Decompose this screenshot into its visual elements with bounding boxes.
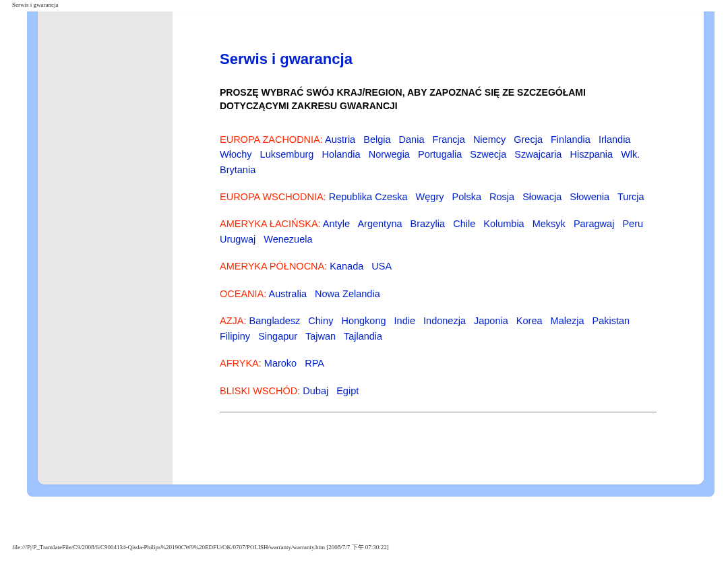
country-link[interactable]: Słowacja	[522, 191, 562, 202]
region-label: AMERYKA PÓŁNOCNA:	[220, 261, 330, 272]
country-link[interactable]: Indonezja	[423, 315, 466, 326]
country-link[interactable]: Filipiny	[220, 331, 250, 342]
country-link[interactable]: Egipt	[336, 385, 359, 396]
region-label: EUROPA ZACHODNIA:	[220, 134, 325, 145]
country-link[interactable]: RPA	[305, 358, 324, 369]
country-link[interactable]: USA	[371, 261, 392, 272]
regions-container: EUROPA ZACHODNIA: Austria Belgia Dania F…	[220, 132, 657, 399]
country-link[interactable]: Szwajcaria	[514, 149, 562, 160]
country-link[interactable]: Grecja	[514, 134, 543, 145]
region-label: AMERYKA ŁACIŃSKA:	[220, 218, 323, 229]
region-row: AZJA: Bangladesz Chiny Hongkong Indie In…	[220, 313, 657, 344]
country-link[interactable]: Nowa Zelandia	[315, 288, 380, 299]
country-link[interactable]: Indie	[394, 315, 415, 326]
country-link[interactable]: Antyle	[323, 218, 350, 229]
divider	[220, 412, 657, 412]
country-link[interactable]: Brazylia	[411, 218, 446, 229]
region-row: EUROPA WSCHODNIA: Republika Czeska Węgry…	[220, 189, 657, 204]
region-row: AMERYKA ŁACIŃSKA: Antyle Argentyna Brazy…	[220, 216, 657, 247]
region-row: AMERYKA PÓŁNOCNA: Kanada USA	[220, 259, 657, 274]
page-title: Serwis i gwarancja	[220, 51, 657, 68]
region-row: EUROPA ZACHODNIA: Austria Belgia Dania F…	[220, 132, 657, 177]
country-link[interactable]: Rosja	[489, 191, 514, 202]
region-label: OCEANIA:	[220, 288, 269, 299]
country-link[interactable]: Japonia	[474, 315, 508, 326]
country-link[interactable]: Szwecja	[470, 149, 506, 160]
country-link[interactable]: Republika Czeska	[329, 191, 408, 202]
country-link[interactable]: Niemcy	[473, 134, 506, 145]
region-row: AFRYKA: Maroko RPA	[220, 356, 657, 371]
country-link[interactable]: Bangladesz	[249, 315, 301, 326]
footer-file-path: file:///P|/P_TranslateFile/C9/2008/6/C90…	[12, 543, 389, 552]
country-link[interactable]: Meksyk	[533, 218, 566, 229]
country-link[interactable]: Tajlandia	[344, 331, 382, 342]
country-link[interactable]: Argentyna	[357, 218, 402, 229]
country-link[interactable]: Dania	[399, 134, 425, 145]
country-link[interactable]: Dubaj	[303, 385, 328, 396]
region-label: AZJA:	[220, 315, 249, 326]
country-link[interactable]: Austria	[325, 134, 355, 145]
country-link[interactable]: Peru	[622, 218, 643, 229]
region-label: BLISKI WSCHÓD:	[220, 385, 303, 396]
country-link[interactable]: Chile	[453, 218, 475, 229]
document-header-label: Serwis i gwarancja	[12, 1, 58, 8]
country-link[interactable]: Belgia	[363, 134, 390, 145]
country-link[interactable]: Kanada	[330, 261, 363, 272]
country-link[interactable]: Norwegia	[369, 149, 410, 160]
country-link[interactable]: Pakistan	[593, 315, 630, 326]
country-link[interactable]: Hiszpania	[570, 149, 613, 160]
country-link[interactable]: Korea	[516, 315, 543, 326]
sidebar-column	[38, 11, 173, 485]
country-link[interactable]: Węgry	[416, 191, 444, 202]
inner-page: Serwis i gwarancja PROSZĘ WYBRAĆ SWÓJ KR…	[38, 11, 704, 485]
country-link[interactable]: Paragwaj	[574, 218, 614, 229]
country-link[interactable]: Finlandia	[551, 134, 590, 145]
country-link[interactable]: Kolumbia	[483, 218, 524, 229]
region-label: EUROPA WSCHODNIA:	[220, 191, 329, 202]
content-area: Serwis i gwarancja PROSZĘ WYBRAĆ SWÓJ KR…	[173, 11, 704, 485]
country-link[interactable]: Singapur	[258, 331, 297, 342]
country-link[interactable]: Irlandia	[599, 134, 631, 145]
country-link[interactable]: Luksemburg	[260, 149, 314, 160]
region-label: AFRYKA:	[220, 358, 264, 369]
country-link[interactable]: Chiny	[308, 315, 333, 326]
country-link[interactable]: Polska	[452, 191, 482, 202]
country-link[interactable]: Tajwan	[305, 331, 336, 342]
country-link[interactable]: Hongkong	[341, 315, 386, 326]
country-link[interactable]: Maroko	[264, 358, 297, 369]
country-link[interactable]: Urugwaj	[220, 234, 255, 245]
country-link[interactable]: Wenezuela	[264, 234, 312, 245]
region-row: BLISKI WSCHÓD: Dubaj Egipt	[220, 383, 657, 398]
country-link[interactable]: Turcja	[617, 191, 644, 202]
country-link[interactable]: Portugalia	[418, 149, 462, 160]
country-link[interactable]: Holandia	[322, 149, 360, 160]
country-link[interactable]: Francja	[432, 134, 464, 145]
country-link[interactable]: Australia	[269, 288, 307, 299]
region-row: OCEANIA: Australia Nowa Zelandia	[220, 286, 657, 301]
country-link[interactable]: Słowenia	[570, 191, 609, 202]
country-link[interactable]: Malezja	[551, 315, 584, 326]
intro-text: PROSZĘ WYBRAĆ SWÓJ KRAJ/REGION, ABY ZAPO…	[220, 86, 657, 113]
country-link[interactable]: Włochy	[220, 149, 252, 160]
outer-frame: Serwis i gwarancja PROSZĘ WYBRAĆ SWÓJ KR…	[27, 11, 715, 497]
